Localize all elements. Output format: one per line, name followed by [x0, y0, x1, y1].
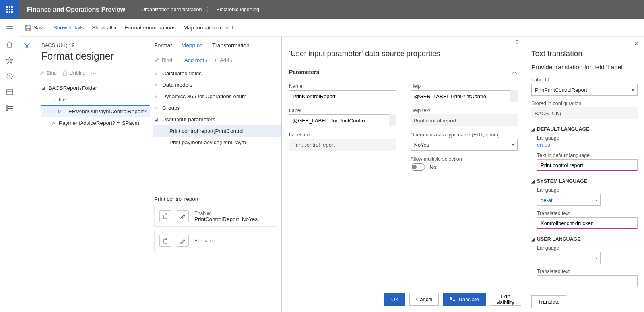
bind-button[interactable]: Bind	[39, 70, 57, 76]
chevron-right-icon: 〉	[206, 6, 211, 13]
format-enum-button[interactable]: Format enumerations	[124, 25, 175, 31]
translation-title: Text translation	[531, 49, 638, 58]
labelid-select[interactable]: PrinPrintControlReport▾	[531, 84, 638, 96]
breadcrumb-item[interactable]: Electronic reporting	[216, 7, 259, 12]
edit-icon[interactable]	[177, 210, 189, 222]
tab-transformation[interactable]: Transformation	[212, 42, 250, 52]
field-label: Translated text	[537, 211, 638, 216]
tree-node[interactable]: ▷Groups	[153, 102, 281, 114]
default-language-value[interactable]: en-us	[537, 142, 638, 148]
field-label: Stored in configuration	[531, 101, 638, 106]
tree-node-selected[interactable]: Print control report(PrintControl	[153, 125, 281, 137]
tree-node[interactable]: ▷Data models	[153, 79, 281, 91]
default-text-input[interactable]	[537, 159, 638, 171]
cancel-button[interactable]: Cancel	[409, 293, 439, 306]
add-root-button[interactable]: ＋Add root ▾	[178, 56, 208, 64]
hamburger-icon[interactable]	[6, 25, 14, 33]
expand-icon[interactable]: ▷	[57, 109, 63, 114]
chevron-down-icon: ▾	[595, 198, 597, 202]
translated-text-input[interactable]	[537, 217, 638, 229]
user-translated-text-input[interactable]	[537, 275, 638, 287]
breadcrumb-item[interactable]: Organization administration	[141, 7, 202, 12]
tree-node[interactable]: ▷PaymentAdviceReport? = '$Paym	[41, 117, 150, 129]
map-format-button[interactable]: Map format to model	[184, 25, 233, 31]
nav-rail	[0, 19, 19, 312]
group-header[interactable]: ◢DEFAULT LANGUAGE	[531, 126, 638, 132]
group-header[interactable]: ◢USER LANGUAGE	[531, 236, 638, 242]
label-input[interactable]	[289, 114, 396, 126]
chevron-down-icon: ▾	[512, 143, 514, 147]
delete-icon[interactable]	[159, 235, 171, 247]
expand-icon[interactable]: ▷	[153, 106, 159, 110]
tree-node-label: ERVendOutPaymControlReport?	[68, 109, 147, 114]
waffle-icon[interactable]	[0, 0, 19, 19]
toggle-value: No	[430, 164, 436, 170]
more-icon[interactable]: ⋯	[91, 70, 96, 76]
tree-node-selected[interactable]: ▷ERVendOutPaymControlReport?	[41, 105, 150, 117]
add-button[interactable]: ＋Add ▾	[213, 56, 233, 64]
app-header: Finance and Operations Preview Organizat…	[0, 0, 644, 19]
expand-icon[interactable]: ▷	[153, 83, 159, 87]
expand-icon[interactable]: ▷	[153, 71, 159, 76]
edt-select[interactable]: NoYes▾	[411, 139, 518, 151]
tree-node-label: Dynamics 365 for Operations enum	[162, 93, 246, 99]
chevron-down-icon: ▾	[206, 58, 208, 62]
clock-icon[interactable]	[6, 72, 14, 80]
expand-icon[interactable]: ▷	[153, 94, 159, 99]
tab-format[interactable]: Format	[154, 42, 172, 52]
collapse-icon: ◢	[531, 237, 535, 242]
tree-node[interactable]: ▷file	[41, 94, 150, 105]
collapse-icon[interactable]: ◢	[41, 86, 46, 90]
section-label: Parameters	[289, 69, 319, 75]
tree-node[interactable]: ◢User input parameters	[153, 114, 281, 125]
help-text-value: Print control report	[411, 114, 518, 126]
field-label: Language	[537, 135, 638, 141]
tree-node[interactable]: ▷Calculated fields	[153, 68, 281, 79]
show-all-button[interactable]: Show all ▾	[92, 25, 116, 31]
expand-icon[interactable]: ▷	[51, 97, 56, 102]
expand-icon[interactable]: ▷	[51, 121, 56, 125]
translation-panel: ✕ Text translation Provide translation f…	[525, 37, 644, 312]
help-input[interactable]	[411, 90, 518, 102]
plus-icon: ＋	[178, 56, 183, 64]
translate-button[interactable]: Translate	[443, 293, 486, 306]
field-label: Translated text	[537, 269, 638, 274]
name-input[interactable]	[289, 90, 396, 102]
modules-icon[interactable]	[6, 104, 14, 112]
svg-rect-13	[6, 90, 13, 95]
unbind-button[interactable]: Unbind	[62, 70, 85, 76]
tree-node[interactable]: Print payment advice(PrintPaym	[153, 137, 281, 148]
workspace-icon[interactable]	[6, 88, 14, 96]
field-label: Operations data type name (EDT, enum)	[411, 132, 518, 138]
tree-node-label: PaymentAdviceReport? = '$Paym	[59, 120, 139, 126]
delete-icon[interactable]	[159, 210, 171, 222]
ok-button[interactable]: OK	[384, 293, 405, 306]
star-icon[interactable]	[6, 56, 14, 64]
command-bar: Save Show details Show all ▾ Format enum…	[19, 19, 644, 37]
tree-node[interactable]: ◢BACSReportsFolder	[41, 82, 150, 94]
page-title: Format designer	[41, 50, 150, 62]
section-header[interactable]: Parameters ︿	[289, 64, 518, 80]
tree-node[interactable]: ▷Dynamics 365 for Operations enum	[153, 91, 281, 102]
collapse-icon: ◢	[531, 127, 535, 132]
bind-button[interactable]: Bind	[154, 57, 172, 63]
field-label: Language	[537, 187, 638, 193]
multi-select-toggle[interactable]	[411, 163, 425, 171]
show-details-button[interactable]: Show details	[54, 25, 84, 31]
svg-rect-4	[9, 9, 10, 10]
edit-visibility-button[interactable]: Edit visibility	[490, 293, 521, 306]
home-icon[interactable]	[6, 41, 14, 48]
translate-button[interactable]: Translate	[531, 295, 566, 308]
help-icon[interactable]: ?	[516, 39, 518, 45]
close-icon[interactable]: ✕	[634, 41, 638, 47]
tree-node-label: Print control report(PrintControl	[169, 128, 244, 134]
filter-icon[interactable]	[24, 42, 30, 312]
user-language-select[interactable]: ▾	[537, 252, 601, 264]
group-header[interactable]: ◢SYSTEM LANGUAGE	[531, 178, 638, 184]
edit-icon[interactable]	[177, 235, 189, 247]
tab-mapping[interactable]: Mapping	[181, 42, 203, 52]
collapse-icon[interactable]: ◢	[153, 117, 159, 122]
system-language-select[interactable]: de-at▾	[537, 194, 601, 206]
label-text-value: Print control report	[289, 139, 396, 151]
save-button[interactable]: Save	[25, 25, 46, 31]
